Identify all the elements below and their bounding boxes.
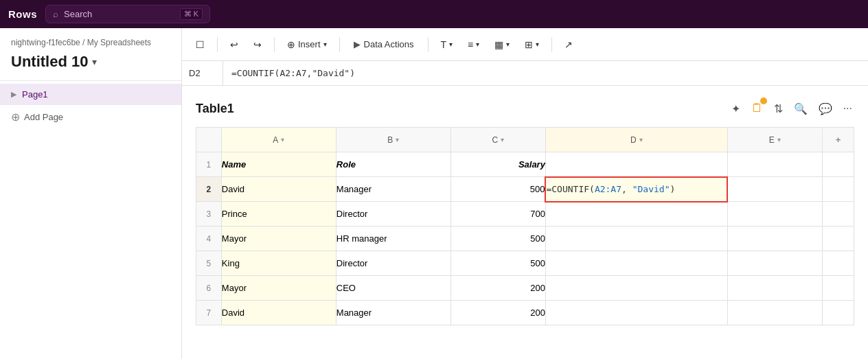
share-button[interactable]: ↗ xyxy=(559,36,578,54)
sidebar: nightwing-f1fec6be / My Spreadsheets Unt… xyxy=(0,28,182,359)
align-button[interactable]: ≡ ▾ xyxy=(462,36,485,54)
col-d-chevron-icon: ▾ xyxy=(639,136,643,143)
sort-icon[interactable]: ⇅ xyxy=(772,100,785,117)
more-button[interactable]: ⊞ ▾ xyxy=(519,36,545,54)
cell-d4[interactable] xyxy=(545,227,727,251)
cell-b7[interactable]: Manager xyxy=(336,301,450,325)
col-header-b[interactable]: B ▾ xyxy=(336,128,450,152)
add-column-button[interactable]: + xyxy=(822,128,854,152)
more-icon: ⊞ xyxy=(525,39,533,50)
cell-b3[interactable]: Director xyxy=(336,202,450,227)
col-b-label: B xyxy=(387,135,393,145)
cell-c5[interactable]: 500 xyxy=(450,251,545,276)
cell-b6[interactable]: CEO xyxy=(336,276,450,301)
row-num-3: 3 xyxy=(196,202,222,227)
cell-d5[interactable] xyxy=(545,251,727,276)
cell-c4[interactable]: 500 xyxy=(450,227,545,251)
table-row: 4 Mayor HR manager 500 xyxy=(196,227,854,251)
col-a-chevron-icon: ▾ xyxy=(281,136,284,143)
more-options-icon[interactable]: ··· xyxy=(841,100,854,117)
cell-plus-2 xyxy=(822,177,854,202)
breadcrumb: nightwing-f1fec6be / My Spreadsheets xyxy=(0,28,181,50)
cell-a5[interactable]: King xyxy=(221,251,336,276)
cell-b5[interactable]: Director xyxy=(336,251,450,276)
cell-c1[interactable]: Salary xyxy=(450,152,545,177)
cell-c4-value: 500 xyxy=(530,233,545,244)
align-chevron-icon: ▾ xyxy=(476,40,479,48)
cell-c7[interactable]: 200 xyxy=(450,301,545,325)
cell-a4[interactable]: Mayor xyxy=(221,227,336,251)
cell-e6[interactable] xyxy=(727,276,822,301)
cell-d7[interactable] xyxy=(545,301,727,325)
row-num-1: 1 xyxy=(196,152,222,177)
col-header-d[interactable]: D ▾ xyxy=(545,128,727,152)
sparkle-icon[interactable]: ✦ xyxy=(729,100,742,117)
cell-e2[interactable] xyxy=(727,177,822,202)
cell-b2[interactable]: Manager xyxy=(336,177,450,202)
data-actions-button[interactable]: ▶ Data Actions xyxy=(347,36,421,53)
insert-button[interactable]: ⊕ Insert ▾ xyxy=(282,36,332,54)
cell-e7[interactable] xyxy=(727,301,822,325)
table-row: 1 Name Role Salary xyxy=(196,152,854,177)
cell-reference: D2 xyxy=(182,61,223,85)
plus-icon: ⊕ xyxy=(287,39,295,50)
cell-d3[interactable] xyxy=(545,202,727,227)
sidebar-divider xyxy=(0,80,181,81)
insert-chevron-icon: ▾ xyxy=(323,40,327,48)
document-title: Untitled 10 xyxy=(11,53,88,71)
cell-format-button[interactable]: ▦ ▾ xyxy=(489,36,515,54)
cell-c3[interactable]: 700 xyxy=(450,202,545,227)
search-table-icon[interactable]: 🔍 xyxy=(792,100,810,117)
toolbar-divider-3 xyxy=(339,37,340,52)
cell-b2-value: Manager xyxy=(336,184,372,194)
col-header-a[interactable]: A ▾ xyxy=(221,128,336,152)
document-title-row: Untitled 10 ▾ xyxy=(0,50,181,80)
cell-c1-value: Salary xyxy=(518,159,545,170)
toolbar: ☐ ↩ ↪ ⊕ Insert ▾ ▶ Data Actions T xyxy=(182,28,868,61)
cell-a2[interactable]: David xyxy=(221,177,336,202)
cell-a6-value: Mayor xyxy=(222,283,247,293)
add-page-button[interactable]: ⊕ Add Page xyxy=(0,105,181,129)
cell-c6[interactable]: 200 xyxy=(450,276,545,301)
table-title: Table1 xyxy=(196,102,234,116)
cell-d2[interactable]: =COUNTIF(A2:A7, "David") xyxy=(545,177,727,202)
table-header-row: Table1 ✦ 🗒 ⇅ 🔍 💬 ··· xyxy=(196,100,854,117)
cell-c5-value: 500 xyxy=(530,258,545,268)
arrow-icon: ▶ xyxy=(11,90,16,99)
cell-b1[interactable]: Role xyxy=(336,152,450,177)
row-num-6: 6 xyxy=(196,276,222,301)
cell-e4[interactable] xyxy=(727,227,822,251)
cell-e1[interactable] xyxy=(727,152,822,177)
cell-d1[interactable] xyxy=(545,152,727,177)
cell-c2[interactable]: 500 xyxy=(450,177,545,202)
search-label: Search xyxy=(64,9,174,19)
sidebar-item-page1[interactable]: ▶ Page1 xyxy=(0,84,181,105)
cell-a1[interactable]: Name xyxy=(221,152,336,177)
play-icon: ▶ xyxy=(354,39,361,49)
undo-button[interactable]: ↩ xyxy=(225,36,244,54)
redo-icon: ↪ xyxy=(253,39,262,50)
search-icon: ⌕ xyxy=(53,9,58,19)
cell-d6[interactable] xyxy=(545,276,727,301)
cell-a3[interactable]: Prince xyxy=(221,202,336,227)
row-num-4: 4 xyxy=(196,227,222,251)
cell-e5[interactable] xyxy=(727,251,822,276)
cell-a6[interactable]: Mayor xyxy=(221,276,336,301)
search-bar[interactable]: ⌕ Search ⌘ K xyxy=(45,5,210,23)
col-header-c[interactable]: C ▾ xyxy=(450,128,545,152)
add-page-label: Add Page xyxy=(24,112,63,122)
row-num-header xyxy=(196,128,222,152)
text-format-button[interactable]: T ▾ xyxy=(435,36,459,54)
formula-input[interactable]: =COUNTIF(A2:A7,"David") xyxy=(223,68,868,78)
col-header-e[interactable]: E ▾ xyxy=(727,128,822,152)
comment-icon[interactable]: 💬 xyxy=(816,100,834,117)
cell-d2-formula-close: ) xyxy=(670,184,675,194)
title-chevron-icon[interactable]: ▾ xyxy=(92,56,97,67)
col-a-label: A xyxy=(273,135,278,145)
cell-b4[interactable]: HR manager xyxy=(336,227,450,251)
redo-button[interactable]: ↪ xyxy=(248,36,267,54)
col-e-label: E xyxy=(769,135,775,145)
cell-e3[interactable] xyxy=(727,202,822,227)
view-toggle-button[interactable]: ☐ xyxy=(190,36,210,54)
cell-a7[interactable]: David xyxy=(221,301,336,325)
